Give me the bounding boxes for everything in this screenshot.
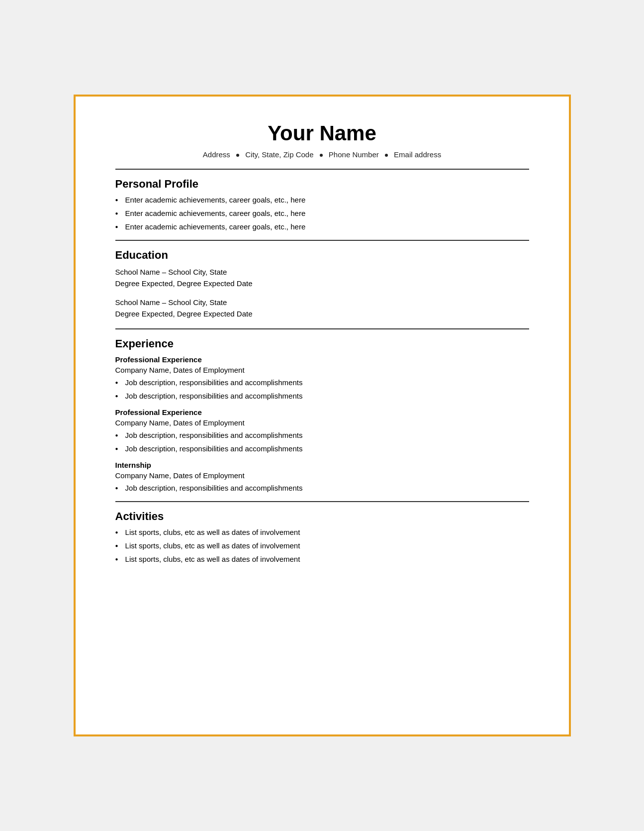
list-item: Enter academic achievements, career goal… [115, 222, 529, 231]
contact-address: Address [203, 150, 230, 159]
list-item: Enter academic achievements, career goal… [115, 209, 529, 217]
contact-phone: Phone Number [329, 150, 379, 159]
section-activities: Activities List sports, clubs, etc as we… [115, 510, 529, 563]
list-item: Job description, responsibilities and ac… [115, 444, 529, 453]
divider-3 [115, 328, 529, 329]
experience-subsection-3: Internship Company Name, Dates of Employ… [115, 461, 529, 492]
name-heading: Your Name [115, 121, 529, 145]
divider-4 [115, 501, 529, 502]
list-item: Job description, responsibilities and ac… [115, 431, 529, 439]
section-education: Education School Name – School City, Sta… [115, 249, 529, 319]
list-item: Job description, responsibilities and ac… [115, 392, 529, 400]
education-entry-1: School Name – School City, State Degree … [115, 267, 529, 289]
education-school-2: School Name – School City, State [115, 297, 529, 309]
education-title: Education [115, 249, 529, 262]
experience-company-2: Company Name, Dates of Employment [115, 418, 529, 427]
list-item: Enter academic achievements, career goal… [115, 196, 529, 204]
experience-company-3: Company Name, Dates of Employment [115, 471, 529, 480]
resume-page: Your Name Address City, State, Zip Code … [74, 95, 571, 736]
personal-profile-title: Personal Profile [115, 178, 529, 191]
divider-2 [115, 240, 529, 241]
experience-subsection-2: Professional Experience Company Name, Da… [115, 408, 529, 453]
experience-subsection-title-3: Internship [115, 461, 529, 469]
experience-list-3: Job description, responsibilities and ac… [115, 484, 529, 492]
experience-subsection-title-2: Professional Experience [115, 408, 529, 416]
section-personal-profile: Personal Profile Enter academic achievem… [115, 178, 529, 231]
education-entry-2: School Name – School City, State Degree … [115, 297, 529, 319]
list-item: Job description, responsibilities and ac… [115, 484, 529, 492]
experience-company-1: Company Name, Dates of Employment [115, 366, 529, 374]
activities-title: Activities [115, 510, 529, 523]
experience-subsection-1: Professional Experience Company Name, Da… [115, 355, 529, 400]
education-school-1: School Name – School City, State [115, 267, 529, 278]
list-item: List sports, clubs, etc as well as dates… [115, 555, 529, 563]
experience-list-1: Job description, responsibilities and ac… [115, 378, 529, 400]
list-item: Job description, responsibilities and ac… [115, 378, 529, 387]
personal-profile-list: Enter academic achievements, career goal… [115, 196, 529, 231]
education-degree-1: Degree Expected, Degree Expected Date [115, 278, 529, 290]
dot-3 [385, 154, 388, 157]
experience-title: Experience [115, 337, 529, 350]
activities-list: List sports, clubs, etc as well as dates… [115, 528, 529, 563]
dot-1 [236, 154, 239, 157]
contact-city-state-zip: City, State, Zip Code [245, 150, 313, 159]
contact-email: Email address [394, 150, 441, 159]
dot-2 [320, 154, 323, 157]
contact-line: Address City, State, Zip Code Phone Numb… [115, 150, 529, 159]
experience-subsection-title-1: Professional Experience [115, 355, 529, 364]
education-degree-2: Degree Expected, Degree Expected Date [115, 309, 529, 320]
experience-list-2: Job description, responsibilities and ac… [115, 431, 529, 453]
list-item: List sports, clubs, etc as well as dates… [115, 528, 529, 536]
list-item: List sports, clubs, etc as well as dates… [115, 541, 529, 550]
section-experience: Experience Professional Experience Compa… [115, 337, 529, 492]
divider-1 [115, 169, 529, 170]
resume-header: Your Name Address City, State, Zip Code … [115, 121, 529, 159]
